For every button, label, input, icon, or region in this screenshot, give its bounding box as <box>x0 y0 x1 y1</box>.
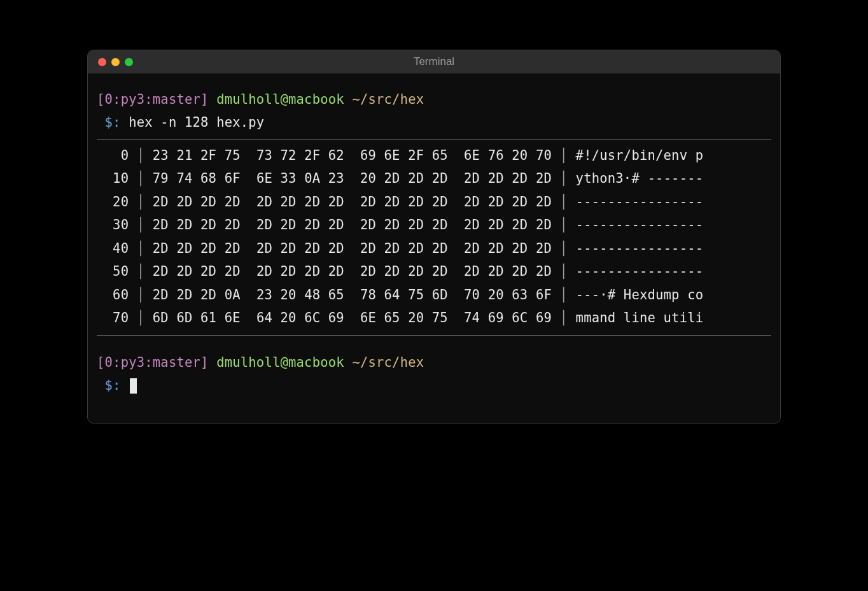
hex-bytes: 2D 2D 2D 2D <box>256 264 344 279</box>
hexdump-row: 20 │ 2D 2D 2D 2D 2D 2D 2D 2D 2D 2D 2D 2D… <box>97 190 771 213</box>
terminal-body[interactable]: [0:py3:master] dmulholl@macbook ~/src/he… <box>88 74 780 423</box>
prompt-context: [0:py3:master] <box>97 92 209 107</box>
hex-bytes: 2D 2D 2D 2D <box>464 194 552 210</box>
divider-top <box>97 139 771 140</box>
hexdump-output: 0 │ 23 21 2F 75 73 72 2F 62 69 6E 2F 65 … <box>97 144 771 330</box>
hex-ascii: ython3·# ------- <box>576 171 704 186</box>
hex-offset: 50 <box>97 264 129 279</box>
hex-bytes: 6D 6D 61 6E <box>153 310 241 325</box>
hex-bytes: 6E 33 0A 23 <box>256 171 344 186</box>
separator: │ <box>137 310 145 325</box>
cursor <box>130 378 137 394</box>
prompt-path: ~/src/hex <box>352 355 424 370</box>
separator: │ <box>560 287 568 303</box>
terminal-window: Terminal [0:py3:master] dmulholl@macbook… <box>87 50 781 424</box>
hex-bytes: 2D 2D 2D 2D <box>256 241 344 256</box>
separator: │ <box>137 241 145 256</box>
hex-offset: 70 <box>97 310 129 325</box>
minimize-button[interactable] <box>111 58 120 66</box>
hex-bytes: 2D 2D 2D 2D <box>360 264 448 279</box>
hex-bytes: 2D 2D 2D 2D <box>464 171 552 186</box>
separator: │ <box>560 264 568 279</box>
hex-ascii: ---------------- <box>576 194 704 210</box>
hex-bytes: 73 72 2F 62 <box>256 148 344 163</box>
prompt-symbol: $: <box>97 115 121 130</box>
hexdump-row: 70 │ 6D 6D 61 6E 64 20 6C 69 6E 65 20 75… <box>97 306 771 329</box>
command-text: hex -n 128 hex.py <box>129 115 264 130</box>
hex-offset: 30 <box>97 217 129 232</box>
hex-ascii: ---·# Hexdump co <box>576 287 704 303</box>
hex-bytes: 2D 2D 2D 2D <box>464 241 552 256</box>
hex-bytes: 74 69 6C 69 <box>464 310 552 325</box>
maximize-button[interactable] <box>125 58 133 66</box>
titlebar: Terminal <box>88 50 780 74</box>
hex-bytes: 2D 2D 2D 2D <box>153 194 241 210</box>
hex-bytes: 2D 2D 2D 2D <box>360 194 448 210</box>
close-button[interactable] <box>98 58 106 66</box>
separator: │ <box>560 217 568 232</box>
separator: │ <box>137 264 145 279</box>
traffic-lights <box>98 58 133 66</box>
prompt-path: ~/src/hex <box>352 92 424 107</box>
hexdump-row: 40 │ 2D 2D 2D 2D 2D 2D 2D 2D 2D 2D 2D 2D… <box>97 237 771 260</box>
hexdump-row: 60 │ 2D 2D 2D 0A 23 20 48 65 78 64 75 6D… <box>97 283 771 306</box>
hex-bytes: 2D 2D 2D 0A <box>153 287 241 303</box>
hex-bytes: 2D 2D 2D 2D <box>256 194 344 210</box>
hex-bytes: 2D 2D 2D 2D <box>153 241 241 256</box>
separator: │ <box>560 148 568 163</box>
hex-bytes: 20 2D 2D 2D <box>360 171 448 186</box>
hexdump-row: 30 │ 2D 2D 2D 2D 2D 2D 2D 2D 2D 2D 2D 2D… <box>97 213 771 236</box>
prompt-symbol: $: <box>97 378 121 393</box>
prompt-user-host: dmulholl@macbook <box>216 92 344 107</box>
hex-bytes: 78 64 75 6D <box>360 287 448 303</box>
hex-bytes: 2D 2D 2D 2D <box>153 264 241 279</box>
hex-bytes: 64 20 6C 69 <box>256 310 344 325</box>
hex-bytes: 2D 2D 2D 2D <box>360 217 448 232</box>
hex-ascii: ---------------- <box>576 217 704 232</box>
separator: │ <box>560 171 568 186</box>
hex-ascii: ---------------- <box>576 264 704 279</box>
separator: │ <box>560 194 568 210</box>
hexdump-row: 10 │ 79 74 68 6F 6E 33 0A 23 20 2D 2D 2D… <box>97 167 771 190</box>
separator: │ <box>137 148 145 163</box>
prompt-line-2: [0:py3:master] dmulholl@macbook ~/src/he… <box>97 351 771 374</box>
separator: │ <box>560 310 568 325</box>
separator: │ <box>560 241 568 256</box>
separator: │ <box>137 287 145 303</box>
separator: │ <box>137 171 145 186</box>
hex-bytes: 2D 2D 2D 2D <box>464 217 552 232</box>
hex-bytes: 6E 65 20 75 <box>360 310 448 325</box>
hex-bytes: 2D 2D 2D 2D <box>360 241 448 256</box>
hex-ascii: mmand line utili <box>576 310 704 325</box>
hex-bytes: 23 21 2F 75 <box>153 148 241 163</box>
hex-bytes: 23 20 48 65 <box>256 287 344 303</box>
hex-offset: 60 <box>97 287 129 303</box>
hex-ascii: ---------------- <box>576 241 704 256</box>
hex-offset: 40 <box>97 241 129 256</box>
hex-ascii: #!/usr/bin/env p <box>576 148 704 163</box>
hexdump-row: 0 │ 23 21 2F 75 73 72 2F 62 69 6E 2F 65 … <box>97 144 771 167</box>
spacer <box>97 339 771 351</box>
separator: │ <box>137 217 145 232</box>
hexdump-row: 50 │ 2D 2D 2D 2D 2D 2D 2D 2D 2D 2D 2D 2D… <box>97 260 771 283</box>
divider-bottom <box>97 335 771 336</box>
command-line: $: hex -n 128 hex.py <box>97 111 771 134</box>
command-line-empty[interactable]: $: <box>97 374 771 397</box>
hex-bytes: 2D 2D 2D 2D <box>153 217 241 232</box>
hex-offset: 0 <box>97 148 129 163</box>
window-title: Terminal <box>414 55 454 68</box>
separator: │ <box>137 194 145 210</box>
prompt-context: [0:py3:master] <box>97 355 209 370</box>
hex-bytes: 69 6E 2F 65 <box>360 148 448 163</box>
prompt-line-1: [0:py3:master] dmulholl@macbook ~/src/he… <box>97 88 771 111</box>
prompt-user-host: dmulholl@macbook <box>216 355 344 370</box>
hex-bytes: 6E 76 20 70 <box>464 148 552 163</box>
hex-offset: 10 <box>97 171 129 186</box>
hex-bytes: 79 74 68 6F <box>153 171 241 186</box>
hex-offset: 20 <box>97 194 129 210</box>
hex-bytes: 2D 2D 2D 2D <box>256 217 344 232</box>
hex-bytes: 70 20 63 6F <box>464 287 552 303</box>
hex-bytes: 2D 2D 2D 2D <box>464 264 552 279</box>
